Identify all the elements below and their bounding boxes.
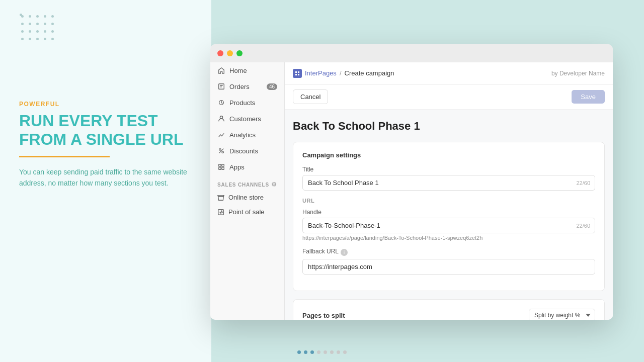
handle-input[interactable]	[302, 218, 595, 233]
sidebar-item-customers-label: Customers	[229, 115, 261, 123]
svg-point-4	[222, 151, 224, 153]
breadcrumb-separator: /	[340, 69, 342, 77]
sidebar-item-analytics-label: Analytics	[229, 131, 256, 139]
pos-icon	[217, 209, 224, 216]
sales-channels-section: SALES CHANNELS ⚙	[210, 175, 284, 190]
analytics-icon	[217, 131, 225, 139]
sidebar-item-online-store-label: Online store	[228, 194, 264, 201]
breadcrumb-current: Create campaign	[345, 69, 394, 77]
traffic-lights	[217, 50, 243, 56]
cancel-button[interactable]: Cancel	[293, 89, 328, 104]
action-bar: Cancel Save	[285, 84, 613, 110]
customers-icon	[217, 115, 225, 123]
traffic-light-green[interactable]	[236, 50, 243, 56]
split-title: Pages to split	[302, 312, 345, 319]
split-header: Pages to split Split by weight % Split e…	[302, 309, 595, 320]
app-icon	[293, 69, 302, 78]
powerful-label: POWERFUL	[19, 101, 205, 108]
subtext: You can keep sending paid traffic to the…	[19, 166, 205, 189]
sidebar-item-products[interactable]: Products	[210, 95, 284, 111]
sidebar-item-apps[interactable]: Apps	[210, 159, 284, 175]
sidebar-item-home-label: Home	[229, 67, 247, 74]
headline-line1: RUN EVERY TEST	[19, 112, 205, 130]
apps-icon	[217, 163, 225, 171]
url-hint: https://interpages/a/page/landing/Back-T…	[302, 235, 595, 241]
campaign-title: Back To School Phase 1	[293, 120, 605, 133]
main-content: InterPages / Create campaign by Develope…	[285, 62, 613, 320]
svg-rect-7	[219, 167, 221, 169]
handle-input-wrapper: 22/60	[302, 218, 595, 233]
svg-rect-6	[222, 164, 224, 166]
discounts-icon	[217, 147, 225, 155]
pages-to-split-card: Pages to split Split by weight % Split e…	[293, 299, 605, 320]
app-body: Home Orders 46	[210, 62, 613, 320]
svg-point-2	[220, 116, 222, 119]
title-input[interactable]	[302, 175, 595, 191]
title-input-wrapper: 22/60	[302, 175, 595, 191]
sidebar: Home Orders 46	[210, 62, 285, 320]
fallback-url-input[interactable]	[302, 259, 595, 275]
topbar: InterPages / Create campaign by Develope…	[285, 62, 613, 84]
headline-divider	[19, 156, 110, 157]
breadcrumb-app[interactable]: InterPages	[305, 69, 337, 77]
url-section-label: URL	[302, 198, 595, 204]
store-icon	[217, 194, 224, 201]
developer-name: by Developer Name	[551, 70, 605, 77]
handle-char-count: 22/60	[576, 223, 590, 229]
left-panel: POWERFUL RUN EVERY TEST FROM A SINGLE UR…	[19, 101, 205, 189]
fallback-url-field-group: Fallback URL i	[302, 248, 595, 275]
traffic-light-yellow[interactable]	[227, 50, 233, 56]
svg-rect-5	[219, 164, 221, 166]
fallback-label-row: Fallback URL i	[302, 248, 595, 257]
title-field-group: Title 22/60	[302, 166, 595, 191]
svg-rect-8	[222, 167, 224, 169]
breadcrumb: InterPages / Create campaign	[293, 69, 551, 78]
orders-badge: 46	[267, 83, 277, 90]
sidebar-item-products-label: Products	[229, 99, 255, 107]
svg-point-3	[219, 149, 221, 151]
dot-pattern-topleft	[9, 6, 41, 31]
sidebar-item-home[interactable]: Home	[210, 62, 284, 78]
app-window: Home Orders 46	[210, 44, 613, 320]
products-icon	[217, 99, 225, 107]
sales-channels-label: SALES CHANNELS	[217, 182, 269, 188]
sidebar-item-pos-label: Point of sale	[228, 208, 265, 216]
title-label: Title	[302, 166, 595, 173]
campaign-settings-card: Campaign settings Title 22/60 URL Handle	[293, 142, 605, 291]
sidebar-item-discounts-label: Discounts	[229, 147, 258, 155]
sidebar-item-orders[interactable]: Orders 46	[210, 78, 284, 95]
headline-line2: FROM A SINGLE URL	[19, 130, 205, 149]
handle-label: Handle	[302, 209, 595, 216]
fallback-url-label: Fallback URL	[302, 248, 339, 255]
sidebar-item-online-store[interactable]: Online store	[210, 190, 284, 205]
orders-icon	[217, 82, 225, 90]
handle-field-group: Handle 22/60 https://interpages/a/page/l…	[302, 209, 595, 241]
traffic-light-red[interactable]	[217, 50, 223, 56]
sidebar-item-orders-label: Orders	[229, 83, 250, 90]
dot-pattern-bottom	[297, 350, 347, 354]
sales-channels-settings-icon[interactable]: ⚙	[271, 181, 277, 188]
sidebar-item-analytics[interactable]: Analytics	[210, 127, 284, 143]
home-icon	[217, 66, 225, 74]
save-button[interactable]: Save	[572, 90, 605, 104]
title-bar	[210, 44, 613, 62]
sidebar-item-discounts[interactable]: Discounts	[210, 143, 284, 159]
svg-rect-0	[219, 84, 224, 89]
sidebar-item-apps-label: Apps	[229, 163, 245, 171]
sidebar-item-customers[interactable]: Customers	[210, 111, 284, 127]
headline: RUN EVERY TEST FROM A SINGLE URL	[19, 112, 205, 149]
fallback-info-icon[interactable]: i	[341, 249, 348, 256]
title-char-count: 22/60	[576, 180, 590, 186]
campaign-settings-title: Campaign settings	[302, 151, 595, 159]
form-scroll[interactable]: Back To School Phase 1 Campaign settings…	[285, 110, 613, 320]
sidebar-item-point-of-sale[interactable]: Point of sale	[210, 205, 284, 219]
split-mode-select[interactable]: Split by weight % Split evenly	[529, 309, 595, 320]
